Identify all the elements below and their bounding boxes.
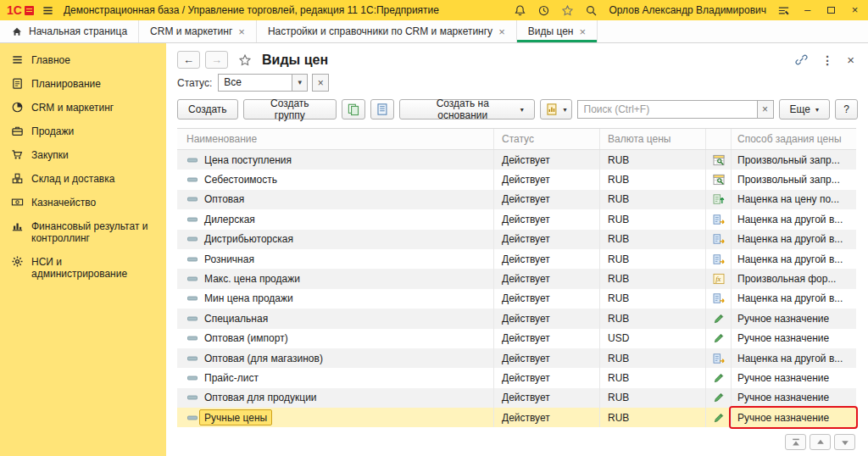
table-row[interactable]: Ручные цены Действует RUB Ручное назначе…	[177, 408, 856, 427]
close-form-icon[interactable]: ×	[847, 53, 854, 67]
row-currency: RUB	[599, 150, 705, 170]
scroll-up-button[interactable]	[810, 434, 831, 450]
row-name-chip: Оптовая (импорт)	[199, 331, 293, 347]
row-currency: RUB	[599, 388, 705, 408]
table-row[interactable]: Розничная Действует RUB Наценка на друго…	[177, 249, 856, 269]
row-method-cell: Наценка на цену по...	[731, 190, 856, 209]
row-name-cell: Прайс-лист	[177, 368, 493, 387]
table-row[interactable]: Оптовая для продукции Действует RUB Ручн…	[177, 388, 856, 408]
tab-2[interactable]: CRM и маркетинг ×	[139, 20, 257, 42]
create-button[interactable]: Создать	[177, 99, 238, 120]
link-icon[interactable]	[795, 53, 808, 66]
sidebar-item-icon	[11, 255, 24, 268]
row-name: Оптовая	[204, 193, 244, 205]
status-filter-select[interactable]: Все ▾	[218, 74, 308, 92]
notifications-icon[interactable]	[514, 4, 526, 17]
row-name-chip: Прайс-лист	[199, 370, 264, 386]
row-currency: RUB	[599, 269, 705, 288]
sidebar-item-icon	[11, 77, 24, 90]
price-types-table: Наименование Статус Валюта цены Способ з…	[177, 128, 856, 427]
favorite-star-icon[interactable]	[238, 53, 252, 67]
row-name: Оптовая (импорт)	[204, 332, 288, 344]
app-logo: 1С	[7, 3, 34, 17]
row-method: Наценка на другой в...	[737, 292, 843, 304]
column-header-method[interactable]: Способ задания цены	[731, 129, 856, 149]
search-input[interactable]	[578, 103, 757, 115]
help-button[interactable]: ?	[835, 99, 858, 120]
copy-button[interactable]	[342, 99, 365, 120]
sidebar-item-menu[interactable]: Главное	[0, 48, 166, 72]
table-row[interactable]: Дистрибьюторская Действует RUB Наценка н…	[177, 230, 856, 249]
row-method: Ручное назначение	[737, 332, 829, 344]
chevron-down-icon[interactable]: ▾	[292, 75, 307, 91]
table-row[interactable]: Макс. цена продажи Действует RUB Произво…	[177, 269, 856, 288]
search-box: ×	[577, 100, 774, 119]
sidebar-item-planning[interactable]: Планирование	[0, 72, 166, 96]
table-row[interactable]: Оптовая Действует RUB Наценка на цену по…	[177, 190, 856, 209]
sidebar-item-admin[interactable]: НСИ и администрирование	[0, 250, 166, 286]
maximize-button[interactable]	[825, 7, 837, 14]
tab-3[interactable]: Настройки и справочники по CRM и маркети…	[257, 20, 517, 42]
table-row[interactable]: Оптовая (для магазинов) Действует RUB На…	[177, 348, 856, 368]
scroll-top-icon	[791, 437, 801, 448]
sidebar-item-icon	[11, 172, 24, 185]
panel-header: ← → Виды цен ⋮ ×	[166, 43, 868, 71]
column-header-name[interactable]: Наименование	[177, 129, 493, 149]
table-row[interactable]: Мин цена продажи Действует RUB Наценка н…	[177, 289, 856, 309]
more-button[interactable]: Еще ▾	[779, 99, 830, 120]
report-icon	[545, 103, 559, 116]
sidebar-item-treasury[interactable]: Казначейство	[0, 191, 166, 214]
table-row[interactable]: Прайс-лист Действует RUB Ручное назначен…	[177, 368, 856, 387]
chevron-down-icon: ▾	[520, 106, 524, 114]
window-title: Демонстрационная база / Управление торго…	[64, 4, 439, 16]
forward-button[interactable]: →	[205, 51, 228, 69]
tab-4[interactable]: Виды цен ×	[517, 20, 598, 42]
tab-close-icon[interactable]: ×	[579, 26, 586, 37]
chevron-down-icon: ▾	[564, 106, 567, 114]
status-filter-clear-icon[interactable]: ×	[312, 74, 329, 92]
user-name[interactable]: Орлов Александр Владимирович	[609, 4, 766, 16]
table-row[interactable]: Цена поступления Действует RUB Произволь…	[177, 150, 856, 170]
price-type-item-icon	[186, 392, 198, 403]
table-row[interactable]: Себестоимость Действует RUB Произвольный…	[177, 170, 856, 189]
table-header: Наименование Статус Валюта цены Способ з…	[177, 129, 856, 150]
column-header-currency[interactable]: Валюта цены	[599, 129, 705, 149]
column-header-status[interactable]: Статус	[493, 129, 599, 149]
favorites-icon[interactable]	[561, 4, 574, 17]
history-icon[interactable]	[537, 4, 550, 17]
sidebar: Главное Планирование CRM и маркетинг Про…	[0, 43, 166, 456]
service-menu-icon[interactable]	[777, 4, 790, 17]
sidebar-item-warehouse[interactable]: Склад и доставка	[0, 167, 166, 191]
row-method: Наценка на другой в...	[737, 233, 843, 245]
sidebar-item-finance[interactable]: Финансовый результат и контроллинг	[0, 214, 166, 250]
open-item-button[interactable]	[370, 99, 394, 120]
table-row[interactable]: Дилерская Действует RUB Наценка на друго…	[177, 209, 856, 229]
tab-close-icon[interactable]: ×	[238, 26, 245, 37]
close-window-button[interactable]: ×	[849, 0, 861, 20]
tab-close-icon[interactable]: ×	[498, 26, 505, 37]
reports-button[interactable]: ▾	[540, 99, 572, 120]
column-header-method-icon[interactable]	[705, 129, 731, 149]
scroll-top-button[interactable]	[785, 434, 806, 450]
row-name: Себестоимость	[204, 174, 277, 186]
scroll-down-button[interactable]	[834, 434, 855, 450]
main-menu-icon[interactable]	[42, 4, 54, 17]
global-search-icon[interactable]	[585, 4, 598, 17]
create-group-button[interactable]: Создать группу	[243, 99, 337, 120]
row-status: Действует	[493, 230, 599, 249]
row-method: Ручное назначение	[737, 313, 829, 325]
price-method-icon	[713, 372, 725, 384]
sidebar-item-purchases[interactable]: Закупки	[0, 143, 166, 167]
row-method-icon-cell	[705, 230, 731, 249]
tab-1[interactable]: Начальная страница	[0, 20, 139, 42]
back-button[interactable]: ←	[177, 51, 200, 69]
search-clear-icon[interactable]: ×	[757, 101, 773, 118]
row-method: Произвольная фор...	[737, 273, 836, 285]
minimize-button[interactable]: –	[801, 0, 814, 20]
sidebar-item-sales[interactable]: Продажи	[0, 120, 166, 143]
sidebar-item-crm[interactable]: CRM и маркетинг	[0, 96, 166, 120]
table-row[interactable]: Специальная Действует RUB Ручное назначе…	[177, 309, 856, 328]
create-based-on-button[interactable]: Создать на основании ▾	[399, 99, 535, 120]
table-row[interactable]: Оптовая (импорт) Действует USD Ручное на…	[177, 329, 856, 348]
more-menu-icon[interactable]: ⋮	[821, 53, 833, 67]
